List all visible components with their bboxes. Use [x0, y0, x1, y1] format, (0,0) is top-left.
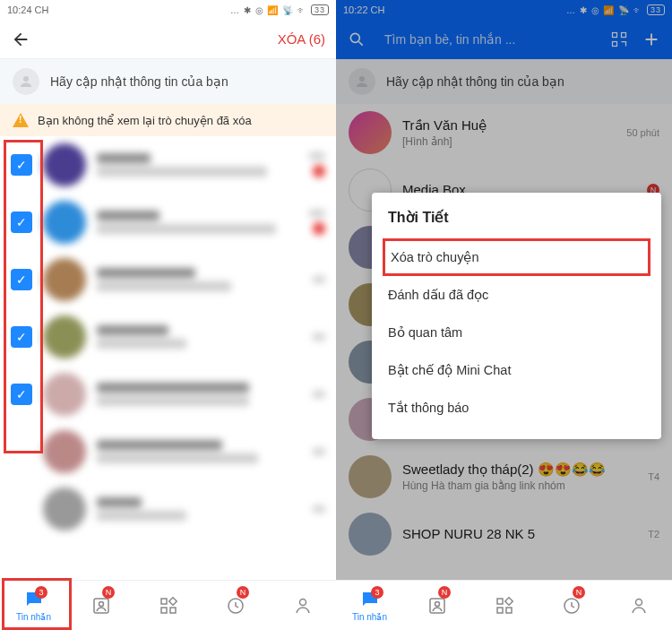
menu-item-delete[interactable]: Xóa trò chuyện [383, 238, 650, 276]
menu-title: Thời Tiết [372, 205, 661, 238]
tab-discover[interactable] [134, 581, 202, 630]
badge: N [237, 586, 249, 599]
svg-point-8 [299, 599, 306, 605]
bottom-nav: 3 Tin nhắn N N [336, 580, 672, 630]
phone-right: 10:22 CH … ✱ ◎ 📶 📡 ᯤ 33 Tìm bạn bè, tin … [336, 0, 672, 630]
menu-item-minichat[interactable]: Bật chế độ Mini Chat [372, 351, 661, 389]
context-menu: Thời Tiết Xóa trò chuyện Đánh dấu đã đọc… [372, 193, 661, 439]
chat-row[interactable]: ✓ [0, 366, 336, 423]
chat-row[interactable]: ✓ [0, 308, 336, 366]
svg-rect-19 [504, 597, 512, 604]
svg-point-21 [635, 599, 642, 605]
checkbox[interactable]: ✓ [11, 269, 32, 290]
menu-item-mute[interactable]: Tắt thông báo [372, 389, 661, 427]
svg-rect-17 [506, 608, 512, 613]
checkbox[interactable]: ✓ [11, 154, 32, 176]
chat-row[interactable]: ✓ [0, 194, 336, 251]
tab-contacts[interactable]: N [403, 581, 470, 630]
bottom-nav: 3 Tin nhắn N N [0, 580, 336, 630]
profile-prompt-text: Hãy cập nhật thông tin của bạn [50, 74, 228, 89]
avatar-placeholder-icon [13, 68, 39, 95]
svg-point-15 [435, 601, 439, 606]
phone-left: 10:24 CH … ✱ ◎ 📶 📡 ᯤ 33 XÓA (6) Hãy cập … [0, 0, 336, 630]
svg-rect-18 [497, 608, 503, 613]
chat-row[interactable] [0, 480, 336, 538]
tab-label: Tin nhắn [16, 612, 51, 622]
grid-icon [494, 595, 515, 617]
tab-timeline[interactable]: N [538, 581, 605, 630]
person-icon [292, 595, 314, 617]
chat-list: ✓ ✓ ✓ ✓ [0, 136, 336, 580]
badge: N [438, 586, 451, 599]
checkbox[interactable]: ✓ [11, 384, 32, 405]
tab-messages[interactable]: 3 Tin nhắn [0, 581, 67, 630]
svg-rect-6 [168, 597, 176, 604]
badge: 3 [35, 586, 47, 599]
warning-text: Bạn không thể xem lại trò chuyện đã xóa [38, 114, 252, 127]
warning-banner: Bạn không thể xem lại trò chuyện đã xóa [0, 104, 336, 136]
svg-point-2 [99, 601, 103, 606]
chat-row[interactable] [0, 423, 336, 480]
chat-row[interactable]: ✓ [0, 251, 336, 308]
profile-prompt[interactable]: Hãy cập nhật thông tin của bạn [0, 59, 336, 104]
svg-rect-16 [497, 599, 503, 604]
checkbox[interactable]: ✓ [11, 326, 32, 348]
tab-label: Tin nhắn [352, 612, 387, 622]
grid-icon [158, 595, 179, 617]
tab-timeline[interactable]: N [202, 581, 269, 630]
warning-icon [13, 113, 29, 127]
tab-messages[interactable]: 3 Tin nhắn [336, 581, 403, 630]
svg-rect-5 [161, 608, 167, 613]
menu-item-mark-read[interactable]: Đánh dấu đã đọc [372, 276, 661, 314]
tab-discover[interactable] [470, 581, 538, 630]
tab-me[interactable] [269, 581, 336, 630]
badge: 3 [371, 586, 383, 599]
person-icon [628, 595, 650, 617]
status-icons: … ✱ ◎ 📶 📡 ᯤ 33 [230, 4, 329, 15]
svg-rect-3 [161, 599, 167, 604]
chat-row[interactable]: ✓ [0, 136, 336, 194]
badge: N [102, 586, 115, 599]
tab-me[interactable] [605, 581, 672, 630]
back-icon[interactable] [11, 30, 30, 49]
badge: N [573, 586, 585, 599]
checkbox[interactable]: ✓ [11, 211, 32, 233]
status-time: 10:24 CH [7, 4, 48, 15]
svg-rect-4 [170, 608, 176, 613]
tab-contacts[interactable]: N [67, 581, 134, 630]
menu-item-unfollow[interactable]: Bỏ quan tâm [372, 314, 661, 351]
selection-header: XÓA (6) [0, 20, 336, 59]
svg-point-0 [23, 76, 29, 82]
status-bar: 10:24 CH … ✱ ◎ 📶 📡 ᯤ 33 [0, 0, 336, 20]
delete-button[interactable]: XÓA (6) [278, 31, 325, 47]
